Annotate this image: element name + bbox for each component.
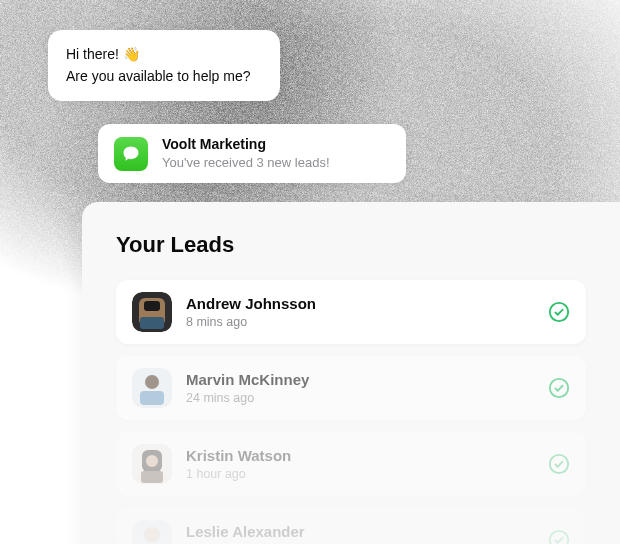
check-circle-icon — [548, 377, 570, 399]
lead-name: Kristin Watson — [186, 447, 534, 465]
list-item[interactable]: Andrew Johnsson 8 mins ago — [116, 280, 586, 344]
svg-rect-7 — [140, 317, 164, 329]
avatar — [132, 292, 172, 332]
leads-panel: Your Leads Andrew Johnsson 8 mins ago Ma… — [82, 202, 620, 544]
svg-rect-16 — [141, 471, 163, 483]
svg-point-10 — [145, 375, 159, 389]
lead-name: Leslie Alexander — [186, 523, 534, 541]
notification-title: Voolt Marketing — [162, 136, 330, 153]
chat-message-bubble: Hi there! 👋 Are you available to help me… — [48, 30, 280, 101]
svg-point-12 — [550, 379, 568, 397]
notification-card[interactable]: Voolt Marketing You've received 3 new le… — [98, 124, 406, 183]
list-item[interactable]: Marvin McKinney 24 mins ago — [116, 356, 586, 420]
svg-point-19 — [144, 527, 160, 543]
messages-app-icon — [114, 137, 148, 171]
notification-message: You've received 3 new leads! — [162, 154, 330, 172]
check-circle-icon — [548, 529, 570, 544]
avatar — [132, 520, 172, 544]
chat-line-2: Are you available to help me? — [66, 66, 262, 88]
lead-time: 8 mins ago — [186, 315, 534, 329]
list-item[interactable]: Kristin Watson 1 hour ago — [116, 432, 586, 496]
svg-point-17 — [550, 455, 568, 473]
check-circle-icon — [548, 301, 570, 323]
avatar — [132, 368, 172, 408]
svg-point-15 — [146, 455, 158, 467]
list-item[interactable]: Leslie Alexander 1 hour ago — [116, 508, 586, 544]
svg-rect-11 — [140, 391, 164, 405]
chat-line-1: Hi there! 👋 — [66, 44, 262, 66]
svg-rect-6 — [144, 301, 160, 311]
svg-point-8 — [550, 303, 568, 321]
leads-list: Andrew Johnsson 8 mins ago Marvin McKinn… — [116, 280, 586, 544]
page-title: Your Leads — [116, 232, 586, 258]
lead-time: 24 mins ago — [186, 391, 534, 405]
lead-name: Andrew Johnsson — [186, 295, 534, 313]
lead-name: Marvin McKinney — [186, 371, 534, 389]
lead-time: 1 hour ago — [186, 467, 534, 481]
check-circle-icon — [548, 453, 570, 475]
avatar — [132, 444, 172, 484]
